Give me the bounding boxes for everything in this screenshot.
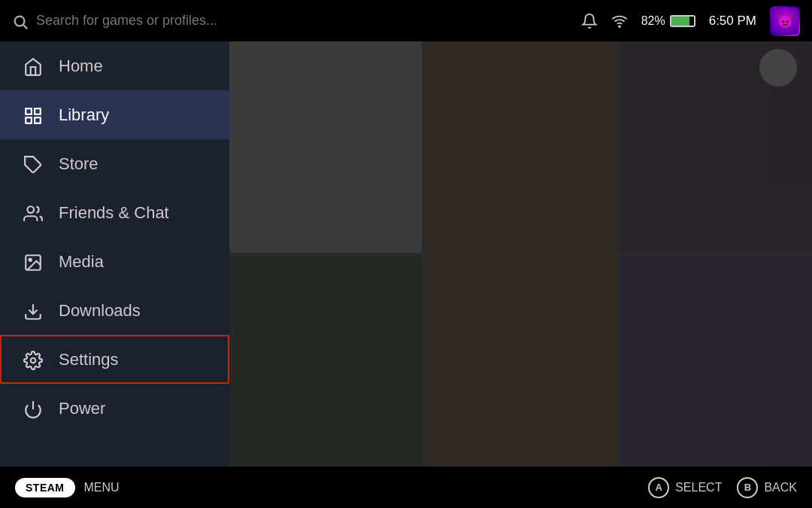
sidebar-item-home-label: Home xyxy=(59,56,103,76)
select-action: A SELECT xyxy=(648,477,722,498)
wifi-icon xyxy=(611,12,628,30)
bottom-actions: A SELECT B BACK xyxy=(648,477,797,498)
sidebar-item-store-label: Store xyxy=(59,154,98,174)
home-icon xyxy=(23,55,44,77)
back-action: B BACK xyxy=(737,477,797,498)
svg-rect-6 xyxy=(35,117,41,123)
top-right-avatar xyxy=(759,49,797,87)
friends-icon xyxy=(23,202,44,224)
sidebar-item-media[interactable]: Media xyxy=(0,237,229,286)
power-icon xyxy=(23,397,44,419)
search-icon xyxy=(12,11,29,31)
search-area[interactable]: Search for games or profiles... xyxy=(12,11,581,31)
bottom-bar: STEAM MENU A SELECT B BACK xyxy=(0,467,812,508)
avatar-image: 😈 xyxy=(771,8,798,35)
bg-card-4 xyxy=(229,256,422,467)
avatar[interactable]: 😈 xyxy=(770,6,800,36)
sidebar: Home Library Store xyxy=(0,41,229,467)
bg-card-6 xyxy=(620,256,812,467)
menu-label: MENU xyxy=(84,481,120,494)
select-btn-circle: A xyxy=(648,477,669,498)
battery-area: 82% xyxy=(641,14,695,28)
sidebar-item-downloads[interactable]: Downloads xyxy=(0,286,229,335)
main-content xyxy=(229,41,812,467)
search-placeholder: Search for games or profiles... xyxy=(36,13,217,29)
background-grid xyxy=(229,41,812,467)
svg-rect-3 xyxy=(26,108,32,114)
settings-icon xyxy=(23,348,44,370)
select-action-label: SELECT xyxy=(675,481,722,494)
downloads-icon xyxy=(23,300,44,321)
sidebar-item-friends-label: Friends & Chat xyxy=(59,203,169,223)
steam-button[interactable]: STEAM xyxy=(15,478,75,497)
svg-point-12 xyxy=(31,358,36,364)
svg-point-10 xyxy=(29,258,32,260)
back-action-label: BACK xyxy=(764,481,797,494)
sidebar-item-settings-label: Settings xyxy=(59,350,119,370)
store-icon xyxy=(23,153,44,175)
sidebar-item-power-label: Power xyxy=(59,399,105,418)
sidebar-item-settings[interactable]: Settings xyxy=(0,335,229,384)
svg-rect-4 xyxy=(35,108,41,114)
bg-card-5 xyxy=(425,256,617,467)
svg-point-8 xyxy=(27,206,34,213)
bg-card-1 xyxy=(229,41,422,253)
sidebar-item-downloads-label: Downloads xyxy=(59,301,141,321)
clock: 6:50 PM xyxy=(709,14,756,29)
library-icon xyxy=(23,104,44,126)
battery-icon xyxy=(670,15,695,27)
svg-point-0 xyxy=(15,16,25,26)
sidebar-item-library-label: Library xyxy=(59,105,109,125)
svg-line-1 xyxy=(23,25,27,29)
sidebar-item-media-label: Media xyxy=(59,252,104,272)
svg-rect-5 xyxy=(26,117,32,123)
svg-point-2 xyxy=(619,26,620,28)
sidebar-item-store[interactable]: Store xyxy=(0,139,229,188)
top-bar-right: 82% 6:50 PM 😈 xyxy=(581,6,800,36)
bg-card-2 xyxy=(425,41,617,253)
sidebar-item-power[interactable]: Power xyxy=(0,384,229,433)
back-btn-circle: B xyxy=(737,477,758,498)
notification-icon[interactable] xyxy=(581,12,598,30)
battery-percent: 82% xyxy=(641,14,665,28)
sidebar-item-friends[interactable]: Friends & Chat xyxy=(0,188,229,237)
media-icon xyxy=(23,251,44,272)
sidebar-item-library[interactable]: Library xyxy=(0,90,229,139)
sidebar-item-home[interactable]: Home xyxy=(0,41,229,90)
top-bar: Search for games or profiles... 82% 6:50… xyxy=(0,0,812,41)
